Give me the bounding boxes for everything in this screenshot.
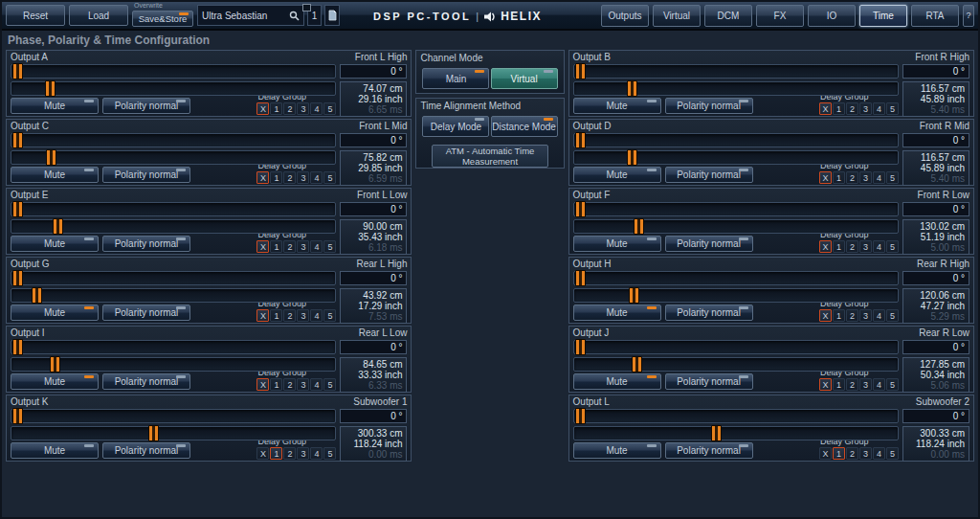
delay-group-option-2[interactable]: 2 bbox=[846, 102, 858, 115]
phase-value[interactable]: 0 ° bbox=[340, 409, 407, 423]
phase-value[interactable]: 0 ° bbox=[902, 202, 969, 216]
delay-group-option-4[interactable]: 4 bbox=[310, 309, 323, 322]
distance-slider-handle[interactable] bbox=[50, 356, 60, 372]
nav-virtual-button[interactable]: Virtual bbox=[653, 5, 701, 27]
nav-rta-button[interactable]: RTA bbox=[911, 5, 959, 27]
delay-group-option-2[interactable]: 2 bbox=[846, 309, 858, 322]
distance-slider[interactable] bbox=[11, 150, 336, 165]
mute-button[interactable]: Mute bbox=[11, 98, 99, 114]
search-icon[interactable] bbox=[289, 11, 300, 21]
phase-slider[interactable] bbox=[11, 64, 336, 79]
delay-group-option-4[interactable]: 4 bbox=[873, 102, 885, 115]
delay-group-option-3[interactable]: 3 bbox=[859, 447, 872, 460]
mute-button[interactable]: Mute bbox=[11, 442, 99, 459]
delay-group-option-3[interactable]: 3 bbox=[859, 240, 872, 253]
delay-group-option-1[interactable]: 1 bbox=[833, 240, 845, 253]
mute-button[interactable]: Mute bbox=[573, 373, 661, 390]
delay-group-option-4[interactable]: 4 bbox=[873, 378, 885, 391]
delay-group-option-4[interactable]: 4 bbox=[310, 102, 323, 115]
delay-group-option-x[interactable]: X bbox=[819, 447, 832, 460]
delay-group-option-x[interactable]: X bbox=[256, 102, 269, 115]
polarity-button[interactable]: Polarity normal bbox=[665, 236, 753, 252]
distance-slider[interactable] bbox=[11, 288, 336, 303]
phase-value[interactable]: 0 ° bbox=[902, 271, 969, 285]
phase-slider-handle[interactable] bbox=[12, 132, 23, 148]
topbar-checkbox[interactable] bbox=[302, 4, 311, 11]
nav-time-button[interactable]: Time bbox=[859, 5, 907, 27]
delay-group-option-1[interactable]: 1 bbox=[833, 102, 845, 115]
delay-group-option-4[interactable]: 4 bbox=[873, 171, 885, 184]
delay-group-option-1[interactable]: 1 bbox=[270, 447, 282, 460]
phase-slider[interactable] bbox=[11, 409, 336, 423]
delay-group-option-x[interactable]: X bbox=[819, 171, 832, 184]
distance-slider-handle[interactable] bbox=[634, 218, 644, 235]
delay-group-option-1[interactable]: 1 bbox=[270, 378, 282, 391]
delay-group-option-5[interactable]: 5 bbox=[886, 378, 899, 391]
distance-slider-handle[interactable] bbox=[711, 425, 722, 441]
delay-group-option-3[interactable]: 3 bbox=[297, 447, 309, 460]
delay-group-option-4[interactable]: 4 bbox=[310, 240, 323, 253]
delay-group-option-3[interactable]: 3 bbox=[297, 171, 309, 184]
delay-group-option-1[interactable]: 1 bbox=[833, 309, 845, 322]
delay-mode-button[interactable]: Delay Mode bbox=[422, 116, 489, 137]
mute-button[interactable]: Mute bbox=[11, 167, 99, 183]
phase-slider[interactable] bbox=[11, 340, 336, 354]
distance-slider-handle[interactable] bbox=[632, 356, 642, 372]
help-button[interactable]: ? bbox=[963, 5, 974, 27]
phase-slider[interactable] bbox=[11, 202, 336, 216]
delay-group-option-2[interactable]: 2 bbox=[283, 447, 296, 460]
nav-outputs-button[interactable]: Outputs bbox=[601, 5, 649, 27]
mute-button[interactable]: Mute bbox=[573, 98, 661, 114]
delay-group-option-5[interactable]: 5 bbox=[886, 102, 899, 115]
delay-group-option-3[interactable]: 3 bbox=[859, 102, 872, 115]
delay-group-option-3[interactable]: 3 bbox=[859, 171, 872, 184]
delay-group-option-4[interactable]: 4 bbox=[310, 378, 323, 391]
phase-slider-handle[interactable] bbox=[575, 270, 586, 286]
polarity-button[interactable]: Polarity normal bbox=[665, 305, 753, 321]
phase-value[interactable]: 0 ° bbox=[902, 409, 969, 423]
delay-group-option-x[interactable]: X bbox=[256, 309, 269, 322]
nav-io-button[interactable]: IO bbox=[808, 5, 856, 27]
phase-value[interactable]: 0 ° bbox=[902, 133, 969, 147]
phase-slider[interactable] bbox=[573, 202, 899, 216]
polarity-button[interactable]: Polarity normal bbox=[102, 305, 190, 321]
nav-dcm-button[interactable]: DCM bbox=[704, 5, 752, 27]
delay-group-option-2[interactable]: 2 bbox=[846, 447, 858, 460]
phase-slider[interactable] bbox=[573, 340, 899, 354]
delay-group-option-5[interactable]: 5 bbox=[886, 171, 899, 184]
virtual-mode-button[interactable]: Virtual bbox=[491, 68, 558, 89]
phase-slider[interactable] bbox=[11, 133, 336, 147]
delay-group-option-1[interactable]: 1 bbox=[270, 309, 282, 322]
delay-group-option-1[interactable]: 1 bbox=[270, 240, 282, 253]
distance-slider[interactable] bbox=[573, 81, 899, 96]
phase-value[interactable]: 0 ° bbox=[340, 340, 407, 354]
phase-slider-handle[interactable] bbox=[575, 201, 586, 217]
delay-group-option-2[interactable]: 2 bbox=[283, 240, 296, 253]
load-button[interactable]: Load bbox=[69, 5, 128, 26]
delay-group-option-x[interactable]: X bbox=[819, 378, 832, 391]
distance-slider-handle[interactable] bbox=[148, 425, 159, 441]
delay-group-option-1[interactable]: 1 bbox=[833, 378, 845, 391]
atm-button[interactable]: ATM - Automatic Time Measurement bbox=[432, 145, 548, 168]
phase-slider-handle[interactable] bbox=[12, 63, 23, 79]
phase-slider-handle[interactable] bbox=[12, 339, 23, 355]
edit-document-icon[interactable] bbox=[324, 5, 340, 26]
polarity-button[interactable]: Polarity normal bbox=[102, 373, 190, 390]
polarity-button[interactable]: Polarity normal bbox=[665, 373, 753, 390]
distance-slider[interactable] bbox=[573, 150, 899, 165]
mute-button[interactable]: Mute bbox=[573, 305, 661, 321]
setup-name-field[interactable]: Ultra Sebastian bbox=[197, 5, 304, 26]
delay-group-option-2[interactable]: 2 bbox=[283, 171, 296, 184]
distance-slider[interactable] bbox=[11, 219, 336, 234]
delay-group-option-x[interactable]: X bbox=[819, 240, 832, 253]
delay-group-option-1[interactable]: 1 bbox=[833, 447, 845, 460]
delay-group-option-2[interactable]: 2 bbox=[846, 378, 858, 391]
phase-slider[interactable] bbox=[573, 64, 899, 79]
phase-value[interactable]: 0 ° bbox=[340, 64, 407, 79]
phase-slider-handle[interactable] bbox=[12, 408, 23, 424]
distance-slider-handle[interactable] bbox=[45, 80, 56, 97]
delay-group-option-x[interactable]: X bbox=[256, 447, 269, 460]
mute-button[interactable]: Mute bbox=[573, 236, 661, 252]
distance-mode-button[interactable]: Distance Mode bbox=[491, 116, 558, 137]
delay-group-option-1[interactable]: 1 bbox=[833, 171, 845, 184]
